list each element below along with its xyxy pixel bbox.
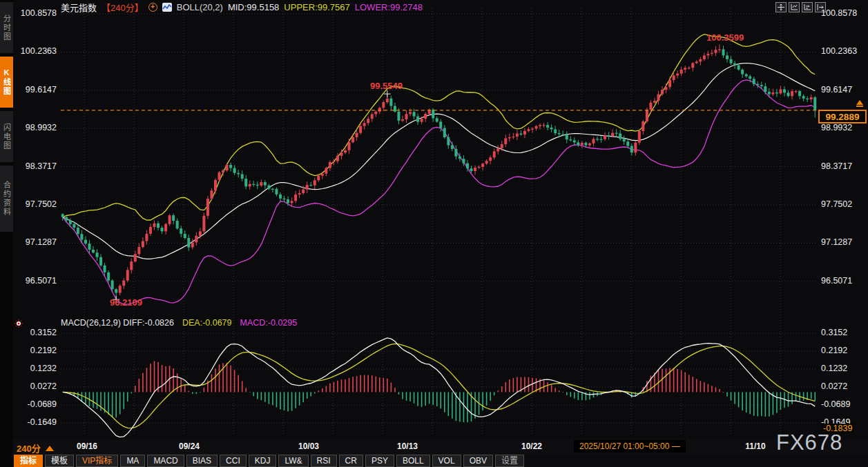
toolbar-item-settings[interactable]: 设置 [495, 455, 524, 467]
toolbar-item-template[interactable]: 模板 [45, 455, 74, 467]
macd-dea-label: DEA:-0.0679 [182, 318, 232, 328]
macd-tick: -0.1649 [28, 417, 57, 427]
toolbar-item-vip-indicator[interactable]: VIP指标 [76, 455, 118, 467]
date-label: 10/13 [380, 441, 435, 451]
pan-tool-button[interactable] [775, 2, 787, 12]
toolbar-item-ma[interactable]: MA [120, 455, 145, 467]
app-window: { "app": {"watermark": "FX678"}, "sideba… [0, 0, 868, 467]
date-label: 09/16 [59, 441, 115, 451]
annotation-low: 96.2109 [110, 297, 142, 308]
sidebar-tab-contract-info[interactable]: 合约资料 [0, 166, 13, 232]
toolbar-item-macd[interactable]: MACD [147, 455, 184, 467]
bottom-toolbar: 指标 模板 VIP指标 MA MACD BIAS CCI KDJ LW& RSI… [14, 454, 524, 467]
toolbar-item-cr[interactable]: CR [339, 455, 363, 467]
last-price-tag: 99.2889 [818, 110, 867, 123]
sidebar-tab-flash-chart[interactable]: 闪电图 [0, 111, 13, 162]
annotation-swing-high: 99.5549 [370, 81, 403, 91]
macd-tick: 0.1232 [30, 364, 57, 373]
toolbar-item-psy[interactable]: PSY [365, 455, 394, 467]
chart-header: 美元指数 【240分】 + BOLL(20,2) MID:99.5158 UPP… [61, 2, 423, 12]
watermark: FX678 [776, 430, 842, 455]
macd-settings-icon[interactable] [15, 318, 23, 326]
macd-axis-right: 0.31520.21920.12320.0272-0.0689-0.1649-0… [820, 0, 868, 455]
toolbar-item-lw[interactable]: LW& [278, 455, 308, 467]
xaxis-row: 240分 09/1609/2410/0310/1310/2211/10 2025… [13, 439, 868, 454]
macd-header: MACD(26,12,9) DIFF:-0.0826 DEA:-0.0679 M… [61, 318, 297, 328]
sidebar-tab-kline-chart[interactable]: K线图 [0, 57, 13, 108]
x-axis-scale-button[interactable] [789, 2, 800, 12]
x-axis-scale-icon [791, 4, 798, 10]
chart-type-icon[interactable] [162, 3, 172, 12]
date-label: 09/24 [162, 441, 217, 451]
toolbar-item-boll[interactable]: BOLL [396, 455, 430, 467]
toolbar-item-cci[interactable]: CCI [220, 455, 247, 467]
macd-diff-label: MACD(26,12,9) DIFF:-0.0826 [61, 318, 174, 328]
chart-toolbar [775, 2, 826, 12]
macd-tick: -0.0689 [28, 399, 57, 409]
macd-tick: -0.0689 [821, 399, 850, 409]
boll-indicator-label: BOLL(20,2) [177, 2, 223, 12]
boll-lower-value: LOWER:99.2748 [355, 2, 423, 12]
annotation-top-high: 100.3599 [706, 32, 744, 43]
toolbar-item-vol[interactable]: VOL [432, 455, 461, 467]
pan-icon [778, 4, 784, 10]
sidebar: 分时图 K线图 闪电图 合约资料 [0, 0, 13, 467]
macd-tick: 0.0272 [821, 381, 847, 391]
chart-canvas[interactable] [0, 0, 868, 467]
y-axis-scale-button[interactable] [802, 2, 813, 12]
timestamp-highlight: 2025/10/27 01:00~05:00 — [574, 440, 686, 453]
sidebar-tab-time-chart[interactable]: 分时图 [0, 2, 13, 53]
boll-mid-value: MID:99.5158 [228, 2, 279, 12]
period-label: 240分 [17, 441, 41, 455]
date-label: 10/03 [281, 441, 336, 451]
instrument-title: 美元指数 [61, 1, 97, 14]
date-label: 11/10 [728, 441, 783, 451]
boll-upper-value: UPPER:99.7567 [284, 2, 349, 12]
macd-axis-left: 0.31520.21920.12320.0272-0.0689-0.1649 [12, 0, 58, 455]
price-up-arrow-icon [856, 100, 865, 108]
macd-tick: 0.2192 [821, 346, 847, 355]
macd-tick: 0.2192 [30, 346, 57, 355]
macd-tick: 0.0272 [30, 381, 57, 391]
toolbar-item-rsi[interactable]: RSI [311, 455, 337, 467]
y-axis-scale-icon [804, 4, 811, 10]
macd-bar-label: MACD:-0.0295 [240, 318, 298, 328]
toolbar-item-obv[interactable]: OBV [463, 455, 493, 467]
period-badge: 【240分】 [102, 1, 144, 14]
period-selector[interactable]: 240分 [17, 441, 54, 455]
add-indicator-icon[interactable]: + [148, 3, 157, 12]
triangle-up-icon [46, 446, 54, 451]
date-label: 10/22 [504, 441, 559, 451]
toolbar-item-kdj[interactable]: KDJ [249, 455, 277, 467]
toolbar-item-bias[interactable]: BIAS [186, 455, 218, 467]
macd-tick: 0.1232 [821, 364, 847, 373]
macd-tick: 0.3152 [30, 328, 57, 337]
toolbar-item-indicator[interactable]: 指标 [14, 455, 43, 467]
macd-tick: 0.3152 [821, 328, 847, 337]
